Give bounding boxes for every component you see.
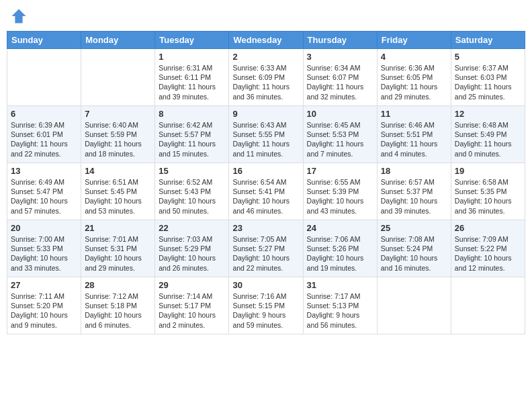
- day-info: Sunrise: 6:58 AM Sunset: 5:35 PM Dayligh…: [455, 177, 521, 216]
- weekday-header-thursday: Thursday: [303, 32, 377, 49]
- day-number: 1: [159, 52, 225, 62]
- day-number: 21: [85, 223, 151, 233]
- calendar-cell: 16Sunrise: 6:54 AM Sunset: 5:41 PM Dayli…: [229, 163, 303, 220]
- day-info: Sunrise: 7:16 AM Sunset: 5:15 PM Dayligh…: [232, 291, 299, 330]
- day-number: 24: [307, 223, 373, 233]
- day-info: Sunrise: 6:49 AM Sunset: 5:47 PM Dayligh…: [11, 177, 77, 216]
- day-number: 4: [381, 52, 447, 62]
- weekday-header-tuesday: Tuesday: [155, 32, 229, 49]
- day-info: Sunrise: 7:05 AM Sunset: 5:27 PM Dayligh…: [232, 234, 299, 273]
- calendar-cell: 23Sunrise: 7:05 AM Sunset: 5:27 PM Dayli…: [229, 220, 303, 277]
- day-number: 23: [232, 223, 299, 233]
- weekday-header-saturday: Saturday: [451, 32, 525, 49]
- calendar-cell: 27Sunrise: 7:11 AM Sunset: 5:20 PM Dayli…: [7, 277, 81, 334]
- day-info: Sunrise: 7:00 AM Sunset: 5:33 PM Dayligh…: [11, 234, 77, 273]
- day-number: 22: [159, 223, 225, 233]
- calendar-cell: 7Sunrise: 6:40 AM Sunset: 5:59 PM Daylig…: [81, 106, 155, 163]
- day-info: Sunrise: 6:37 AM Sunset: 6:03 PM Dayligh…: [455, 63, 521, 101]
- calendar-cell: 30Sunrise: 7:16 AM Sunset: 5:15 PM Dayli…: [229, 277, 303, 334]
- day-number: 29: [159, 280, 225, 290]
- logo: [9, 7, 30, 26]
- day-info: Sunrise: 6:36 AM Sunset: 6:05 PM Dayligh…: [381, 63, 447, 101]
- calendar-cell: 5Sunrise: 6:37 AM Sunset: 6:03 PM Daylig…: [451, 49, 525, 106]
- day-number: 8: [159, 109, 225, 119]
- calendar-cell: [451, 277, 525, 334]
- calendar-cell: 12Sunrise: 6:48 AM Sunset: 5:49 PM Dayli…: [451, 106, 525, 163]
- calendar-cell: 2Sunrise: 6:33 AM Sunset: 6:09 PM Daylig…: [229, 49, 303, 106]
- day-info: Sunrise: 6:40 AM Sunset: 5:59 PM Dayligh…: [85, 120, 151, 158]
- weekday-header-row: SundayMondayTuesdayWednesdayThursdayFrid…: [7, 32, 525, 49]
- day-info: Sunrise: 6:45 AM Sunset: 5:53 PM Dayligh…: [307, 120, 373, 158]
- calendar-cell: 28Sunrise: 7:12 AM Sunset: 5:18 PM Dayli…: [81, 277, 155, 334]
- calendar-week-1: 1Sunrise: 6:31 AM Sunset: 6:11 PM Daylig…: [7, 49, 525, 106]
- day-number: 11: [381, 109, 447, 119]
- calendar-cell: 14Sunrise: 6:51 AM Sunset: 5:45 PM Dayli…: [81, 163, 155, 220]
- day-info: Sunrise: 6:42 AM Sunset: 5:57 PM Dayligh…: [159, 120, 225, 158]
- calendar-week-3: 13Sunrise: 6:49 AM Sunset: 5:47 PM Dayli…: [7, 163, 525, 220]
- calendar-cell: 19Sunrise: 6:58 AM Sunset: 5:35 PM Dayli…: [451, 163, 525, 220]
- calendar-cell: 1Sunrise: 6:31 AM Sunset: 6:11 PM Daylig…: [155, 49, 229, 106]
- day-number: 2: [232, 52, 299, 62]
- day-info: Sunrise: 6:52 AM Sunset: 5:43 PM Dayligh…: [159, 177, 225, 216]
- calendar-week-2: 6Sunrise: 6:39 AM Sunset: 6:01 PM Daylig…: [7, 106, 525, 163]
- day-info: Sunrise: 7:08 AM Sunset: 5:24 PM Dayligh…: [381, 234, 447, 273]
- calendar-cell: 4Sunrise: 6:36 AM Sunset: 6:05 PM Daylig…: [377, 49, 451, 106]
- day-number: 14: [85, 166, 151, 176]
- day-info: Sunrise: 6:46 AM Sunset: 5:51 PM Dayligh…: [381, 120, 447, 158]
- logo-icon: [9, 7, 28, 26]
- day-info: Sunrise: 6:57 AM Sunset: 5:37 PM Dayligh…: [381, 177, 447, 216]
- day-number: 6: [11, 109, 77, 119]
- day-info: Sunrise: 6:48 AM Sunset: 5:49 PM Dayligh…: [455, 120, 521, 158]
- calendar-cell: 21Sunrise: 7:01 AM Sunset: 5:31 PM Dayli…: [81, 220, 155, 277]
- calendar-cell: [377, 277, 451, 334]
- page-header: [7, 7, 525, 26]
- day-number: 3: [307, 52, 373, 62]
- day-number: 28: [85, 280, 151, 290]
- day-number: 7: [85, 109, 151, 119]
- day-info: Sunrise: 6:34 AM Sunset: 6:07 PM Dayligh…: [307, 63, 373, 101]
- calendar-cell: 6Sunrise: 6:39 AM Sunset: 6:01 PM Daylig…: [7, 106, 81, 163]
- calendar-cell: 29Sunrise: 7:14 AM Sunset: 5:17 PM Dayli…: [155, 277, 229, 334]
- calendar-cell: 13Sunrise: 6:49 AM Sunset: 5:47 PM Dayli…: [7, 163, 81, 220]
- weekday-header-sunday: Sunday: [7, 32, 81, 49]
- day-number: 19: [455, 166, 521, 176]
- day-info: Sunrise: 6:51 AM Sunset: 5:45 PM Dayligh…: [85, 177, 151, 216]
- calendar-cell: 10Sunrise: 6:45 AM Sunset: 5:53 PM Dayli…: [303, 106, 377, 163]
- day-number: 5: [455, 52, 521, 62]
- calendar-cell: 22Sunrise: 7:03 AM Sunset: 5:29 PM Dayli…: [155, 220, 229, 277]
- calendar-cell: [7, 49, 81, 106]
- calendar-cell: [81, 49, 155, 106]
- weekday-header-friday: Friday: [377, 32, 451, 49]
- calendar-cell: 26Sunrise: 7:09 AM Sunset: 5:22 PM Dayli…: [451, 220, 525, 277]
- day-info: Sunrise: 7:17 AM Sunset: 5:13 PM Dayligh…: [307, 291, 373, 330]
- day-info: Sunrise: 7:03 AM Sunset: 5:29 PM Dayligh…: [159, 234, 225, 273]
- calendar-cell: 24Sunrise: 7:06 AM Sunset: 5:26 PM Dayli…: [303, 220, 377, 277]
- day-info: Sunrise: 6:43 AM Sunset: 5:55 PM Dayligh…: [232, 120, 299, 158]
- svg-marker-0: [12, 9, 26, 24]
- calendar-cell: 25Sunrise: 7:08 AM Sunset: 5:24 PM Dayli…: [377, 220, 451, 277]
- day-number: 30: [232, 280, 299, 290]
- day-number: 17: [307, 166, 373, 176]
- day-number: 26: [455, 223, 521, 233]
- day-info: Sunrise: 6:54 AM Sunset: 5:41 PM Dayligh…: [232, 177, 299, 216]
- day-number: 15: [159, 166, 225, 176]
- day-info: Sunrise: 7:11 AM Sunset: 5:20 PM Dayligh…: [11, 291, 77, 330]
- day-number: 20: [11, 223, 77, 233]
- calendar-week-5: 27Sunrise: 7:11 AM Sunset: 5:20 PM Dayli…: [7, 277, 525, 334]
- day-info: Sunrise: 6:55 AM Sunset: 5:39 PM Dayligh…: [307, 177, 373, 216]
- weekday-header-wednesday: Wednesday: [229, 32, 303, 49]
- calendar-cell: 31Sunrise: 7:17 AM Sunset: 5:13 PM Dayli…: [303, 277, 377, 334]
- calendar-week-4: 20Sunrise: 7:00 AM Sunset: 5:33 PM Dayli…: [7, 220, 525, 277]
- day-number: 27: [11, 280, 77, 290]
- day-number: 10: [307, 109, 373, 119]
- day-number: 25: [381, 223, 447, 233]
- calendar-cell: 17Sunrise: 6:55 AM Sunset: 5:39 PM Dayli…: [303, 163, 377, 220]
- day-number: 9: [232, 109, 299, 119]
- day-number: 13: [11, 166, 77, 176]
- day-info: Sunrise: 7:12 AM Sunset: 5:18 PM Dayligh…: [85, 291, 151, 330]
- day-number: 31: [307, 280, 373, 290]
- day-info: Sunrise: 7:01 AM Sunset: 5:31 PM Dayligh…: [85, 234, 151, 273]
- calendar-cell: 3Sunrise: 6:34 AM Sunset: 6:07 PM Daylig…: [303, 49, 377, 106]
- day-number: 18: [381, 166, 447, 176]
- calendar-cell: 11Sunrise: 6:46 AM Sunset: 5:51 PM Dayli…: [377, 106, 451, 163]
